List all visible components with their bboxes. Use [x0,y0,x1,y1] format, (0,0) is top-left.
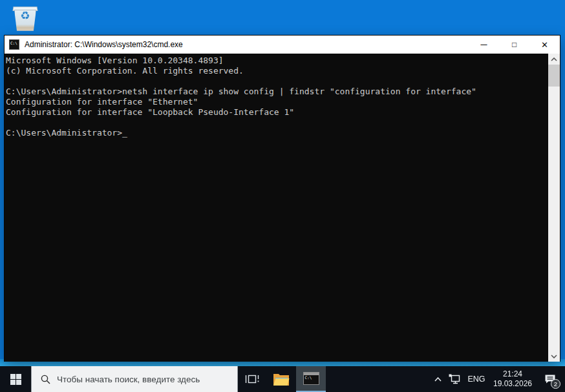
terminal-line: C:\Users\Administrator>netsh interface i… [6,87,547,97]
terminal-line: Configuration for interface "Loopback Ps… [6,107,547,118]
clock-time: 21:24 [503,369,522,379]
window-title: Administrator: C:\Windows\system32\cmd.e… [25,40,469,49]
ethernet-icon [449,374,462,385]
taskbar: C:\ ENG 21:24 19.03.2026 [0,366,565,392]
minimize-button[interactable]: ─ [469,36,499,54]
desktop: ♻ C:\ Administrator: C:\Windows\system32… [0,0,565,392]
cmd-icon-label: C:\ [305,376,312,380]
chevron-down-icon [551,355,557,358]
cmd-icon-label: C:\ [10,41,17,45]
clock[interactable]: 21:24 19.03.2026 [488,366,537,392]
notification-badge: 2 [551,379,560,389]
chevron-up-icon [434,377,442,382]
maximize-button[interactable]: □ [499,36,529,54]
language-indicator[interactable]: ENG [465,366,488,392]
search-input[interactable] [57,375,237,384]
taskbar-search[interactable] [31,366,238,392]
scroll-up-button[interactable] [548,54,560,65]
cmd-icon[interactable]: C:\ [9,39,19,50]
taskbar-spacer [326,366,430,392]
cmd-taskbar-button[interactable]: C:\ [296,366,326,392]
terminal-line: (c) Microsoft Corporation. All rights re… [6,66,547,76]
cmd-window: C:\ Administrator: C:\Windows\system32\c… [4,35,560,362]
close-icon: ✕ [541,40,548,50]
close-button[interactable]: ✕ [529,36,560,54]
terminal-output: Microsoft Windows [Version 10.0.20348.48… [6,56,547,138]
vertical-scrollbar[interactable] [548,54,560,362]
terminal-line [6,76,547,87]
terminal-viewport[interactable]: Microsoft Windows [Version 10.0.20348.48… [5,54,560,362]
action-center-button[interactable]: 2 [537,366,563,392]
chevron-up-icon [551,57,557,61]
terminal-line: Microsoft Windows [Version 10.0.20348.48… [6,56,547,66]
terminal-line: Configuration for interface "Ethernet" [6,97,547,107]
start-button[interactable] [0,366,31,392]
scroll-down-button[interactable] [548,351,560,362]
minimize-icon: ─ [481,39,487,50]
network-button[interactable] [445,366,465,392]
cmd-icon: C:\ [303,372,319,385]
recycle-symbol-icon: ♻ [8,10,42,21]
task-view-button[interactable] [238,366,266,392]
show-hidden-icons-button[interactable] [430,366,445,392]
window-titlebar[interactable]: C:\ Administrator: C:\Windows\system32\c… [5,36,560,54]
maximize-icon: □ [512,40,517,49]
terminal-prompt-line: C:\Users\Administrator>_ [6,128,547,138]
caption-buttons: ─ □ ✕ [469,36,560,54]
terminal-line [6,118,547,128]
task-view-icon [244,373,260,385]
system-tray: ENG 21:24 19.03.2026 2 [430,366,565,392]
scrollbar-thumb[interactable] [548,65,560,87]
file-explorer-button[interactable] [266,366,296,392]
clock-date: 19.03.2026 [493,379,532,389]
terminal-prompt: C:\Users\Administrator> [6,128,122,138]
folder-icon [273,373,290,386]
recycle-bin-icon[interactable]: ♻ [8,1,43,34]
terminal-cursor: _ [122,128,127,138]
search-icon [40,374,51,385]
windows-logo-icon [10,374,21,385]
language-label: ENG [467,375,485,384]
